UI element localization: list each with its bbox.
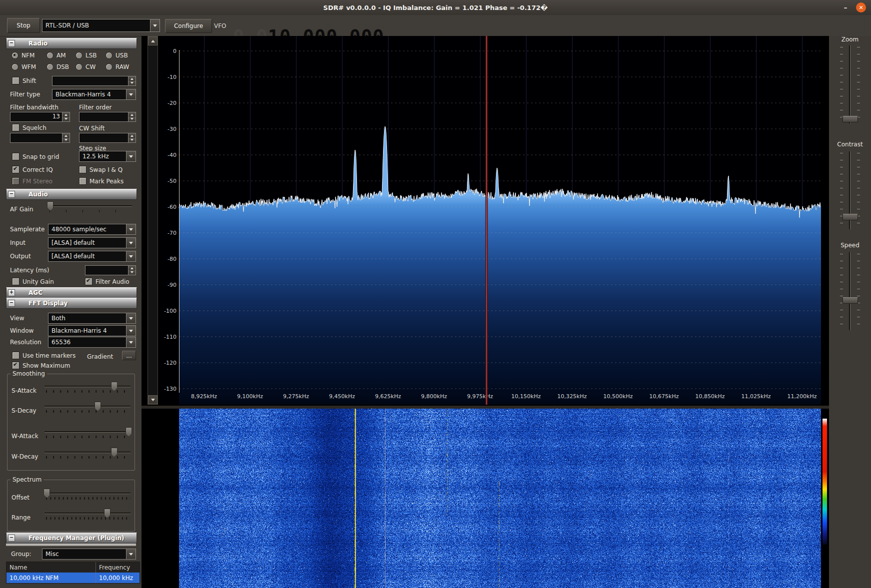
filter-type-select[interactable]: Blackman-Harris 4 bbox=[52, 89, 136, 100]
s-decay-slider[interactable] bbox=[44, 401, 130, 415]
agc-panel-header[interactable]: + AGC bbox=[6, 287, 137, 298]
radio-panel-header[interactable]: − Radio bbox=[6, 38, 137, 49]
view-select[interactable]: Both bbox=[48, 313, 136, 324]
chevron-down-icon[interactable] bbox=[126, 313, 136, 323]
cw-shift-input[interactable] bbox=[79, 133, 136, 143]
svg-text:-100: -100 bbox=[164, 308, 176, 314]
zoom-label: Zoom bbox=[829, 36, 871, 43]
range-label: Range bbox=[12, 514, 30, 521]
collapse-icon[interactable]: − bbox=[8, 40, 15, 47]
squelch-checkbox[interactable]: Squelch bbox=[12, 124, 46, 131]
mode-radio-lsb[interactable]: LSB bbox=[76, 52, 97, 59]
af-gain-slider[interactable] bbox=[48, 201, 132, 215]
chevron-down-icon[interactable] bbox=[150, 19, 160, 31]
minimize-button[interactable]: – bbox=[841, 3, 850, 11]
frequency-manager-header[interactable]: − Frequency Manager (Plugin) bbox=[6, 533, 137, 544]
w-attack-slider[interactable] bbox=[44, 427, 130, 441]
group-select[interactable]: Misc bbox=[42, 549, 136, 560]
chevron-down-icon[interactable] bbox=[126, 337, 136, 347]
mode-radio-am[interactable]: AM bbox=[46, 52, 66, 59]
chevron-down-icon[interactable] bbox=[126, 238, 136, 248]
chevron-down-icon[interactable] bbox=[126, 251, 136, 261]
column-name[interactable]: Name bbox=[6, 564, 96, 571]
toolbar: Stop RTL-SDR / USB Configure VFO 0.010.0… bbox=[0, 15, 871, 36]
shift-checkbox[interactable]: Shift bbox=[12, 77, 36, 84]
s-attack-slider[interactable] bbox=[44, 381, 130, 395]
stop-button[interactable]: Stop bbox=[7, 18, 40, 33]
collapse-icon[interactable]: − bbox=[8, 191, 15, 198]
mark-peaks-checkbox[interactable]: Mark Peaks bbox=[79, 177, 124, 185]
audio-input-select[interactable]: [ALSA] default bbox=[48, 237, 136, 248]
filter-bandwidth-label: Filter bandwidth bbox=[10, 104, 58, 111]
gradient-button[interactable]: ... bbox=[122, 351, 136, 360]
chevron-down-icon[interactable] bbox=[126, 326, 136, 336]
swap-iq-checkbox[interactable]: Swap I & Q bbox=[79, 166, 122, 173]
svg-text:10,150kHz: 10,150kHz bbox=[512, 393, 541, 400]
latency-input[interactable] bbox=[85, 265, 136, 275]
zoom-slider[interactable] bbox=[834, 44, 866, 125]
time-markers-checkbox[interactable]: Use time markers bbox=[12, 352, 76, 359]
frequency-table-header[interactable]: Name Frequency bbox=[6, 562, 140, 573]
fft-panel: − FFT Display View Both Window Blackman-… bbox=[6, 298, 137, 534]
mode-radio-raw[interactable]: RAW bbox=[106, 63, 129, 70]
chevron-down-icon[interactable] bbox=[126, 151, 136, 161]
speed-label: Speed bbox=[829, 242, 871, 249]
svg-text:9,800kHz: 9,800kHz bbox=[421, 393, 447, 400]
w-decay-slider[interactable] bbox=[44, 447, 130, 461]
window-select[interactable]: Blackman-Harris 4 bbox=[48, 325, 136, 336]
svg-text:-40: -40 bbox=[168, 152, 176, 158]
expand-icon[interactable]: + bbox=[8, 289, 15, 296]
audio-input-label: Input bbox=[10, 239, 26, 246]
mode-radio-cw[interactable]: CW bbox=[76, 63, 96, 70]
step-size-select[interactable]: 12.5 kHz bbox=[79, 151, 136, 162]
unity-gain-checkbox[interactable]: Unity Gain bbox=[12, 278, 54, 285]
samplerate-select[interactable]: 48000 sample/sec bbox=[48, 224, 136, 235]
range-slider[interactable] bbox=[44, 508, 130, 522]
audio-panel-header[interactable]: − Audio bbox=[6, 189, 137, 200]
cw-shift-label: CW Shift bbox=[79, 125, 104, 132]
mode-radio-wfm[interactable]: WFM bbox=[12, 63, 36, 70]
gradient-label: Gradient bbox=[87, 353, 113, 360]
device-select[interactable]: RTL-SDR / USB bbox=[42, 19, 160, 32]
mode-radio-nfm[interactable]: NFM bbox=[12, 52, 34, 59]
resolution-select[interactable]: 65536 bbox=[48, 337, 136, 348]
mode-radio-usb[interactable]: USB bbox=[106, 52, 128, 59]
spectrum-group: Spectrum Offset Range bbox=[7, 480, 135, 532]
spectrum-plot[interactable]: 0-10-20-30-40-50-60-70-80-90-100-110-120… bbox=[160, 36, 821, 405]
close-button[interactable]: ✕ bbox=[856, 2, 866, 12]
latency-label: Latency (ms) bbox=[10, 267, 50, 274]
configure-button[interactable]: Configure bbox=[165, 19, 212, 33]
speed-slider[interactable] bbox=[834, 251, 866, 332]
filter-audio-checkbox[interactable]: Filter Audio bbox=[85, 278, 130, 285]
chevron-down-icon[interactable] bbox=[126, 549, 136, 559]
scroll-up-icon[interactable] bbox=[148, 36, 158, 45]
frequency-manager-title: Frequency Manager (Plugin) bbox=[28, 535, 124, 542]
squelch-input[interactable] bbox=[10, 133, 70, 143]
filter-order-label: Filter order bbox=[79, 104, 112, 111]
collapse-icon[interactable]: − bbox=[8, 535, 15, 542]
table-row[interactable]: 10,000 kHz NFM10,000 kHz bbox=[6, 573, 140, 583]
filter-bandwidth-input[interactable]: 13 bbox=[10, 112, 70, 122]
chevron-down-icon[interactable] bbox=[126, 224, 136, 234]
mode-radio-dsb[interactable]: DSB bbox=[46, 63, 69, 70]
offset-slider[interactable] bbox=[44, 488, 130, 502]
column-frequency[interactable]: Frequency bbox=[96, 562, 140, 573]
spectrum-vertical-scrollbar[interactable] bbox=[148, 36, 158, 405]
view-label: View bbox=[10, 315, 24, 322]
plugin-toolbar-strip bbox=[6, 544, 136, 546]
display-controls-panel: Zoom Contrast Speed bbox=[829, 36, 871, 588]
collapse-icon[interactable]: − bbox=[8, 300, 15, 307]
waterfall[interactable] bbox=[179, 409, 821, 588]
filter-order-input[interactable] bbox=[79, 112, 136, 122]
audio-output-select[interactable]: [ALSA] default bbox=[48, 251, 136, 262]
contrast-slider[interactable] bbox=[834, 150, 866, 231]
show-maximum-checkbox[interactable]: Show Maximum bbox=[12, 362, 70, 369]
filter-type-label: Filter type bbox=[10, 91, 40, 98]
correct-iq-checkbox[interactable]: Correct IQ bbox=[12, 166, 53, 173]
scroll-down-icon[interactable] bbox=[148, 395, 158, 404]
spectrum-group-label: Spectrum bbox=[10, 476, 44, 483]
fft-panel-header[interactable]: − FFT Display bbox=[6, 298, 137, 309]
chevron-down-icon[interactable] bbox=[126, 89, 136, 99]
shift-input[interactable] bbox=[52, 76, 136, 86]
snap-to-grid-checkbox[interactable]: Snap to grid bbox=[12, 153, 59, 160]
